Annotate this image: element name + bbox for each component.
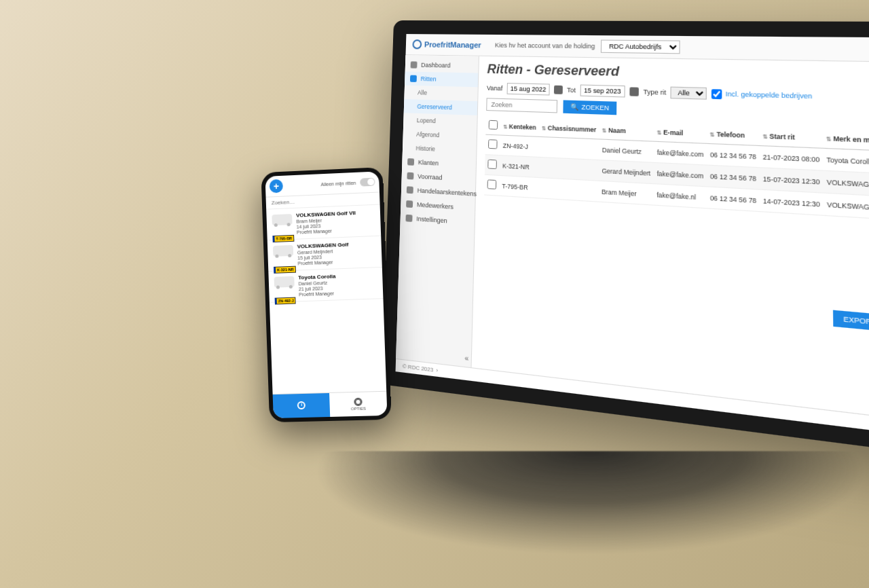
clock-icon <box>297 401 306 409</box>
gear-icon <box>405 215 412 222</box>
col-startrit[interactable]: ⇅Start rit <box>760 126 823 148</box>
search-icon: 🔍 <box>570 103 578 111</box>
plate-icon <box>407 186 413 194</box>
rides-table: ⇅Kenteken ⇅Chassisnummer ⇅Naam ⇅E-mail ⇅… <box>484 116 869 226</box>
car-icon <box>273 245 293 257</box>
car-icon <box>410 75 417 82</box>
users-icon <box>407 158 414 166</box>
vanaf-input[interactable] <box>506 83 549 95</box>
only-mine-toggle[interactable] <box>360 178 375 187</box>
add-ride-button[interactable]: + <box>270 179 283 194</box>
account-label: Kies hv het account van de holding <box>495 41 595 50</box>
nav-rides[interactable] <box>273 393 331 418</box>
car-icon <box>272 214 292 225</box>
phone-screen: + Alleen mijn ritten T-795-BR VOLKSWAGEN… <box>261 167 391 422</box>
laptop-screen: ProefritManager Kies hv het account van … <box>382 20 869 458</box>
main-content: Ritten - Gereserveerd Vanaf Tot Type rit… <box>472 56 869 423</box>
calendar-icon[interactable] <box>554 86 563 94</box>
car-icon <box>274 276 295 288</box>
chevron-right-icon: › <box>436 367 438 373</box>
stock-icon <box>407 172 413 180</box>
col-telefoon[interactable]: ⇅Telefoon <box>707 124 760 146</box>
app-logo: ProefritManager <box>412 39 481 50</box>
search-button[interactable]: 🔍 ZOEKEN <box>563 100 616 115</box>
type-label: Type rit <box>643 88 666 96</box>
search-input[interactable] <box>486 98 557 113</box>
staff-icon <box>406 200 413 208</box>
laptop-keyboard <box>234 451 869 555</box>
sidebar-item-ritten[interactable]: Ritten <box>405 71 478 87</box>
sidebar: Dashboard Ritten Alle Gereserveerd Lopen… <box>396 55 479 367</box>
license-plate: K-321-NR <box>274 266 296 274</box>
phone-bottom-nav: OPTIES <box>273 391 388 418</box>
app-name: ProefritManager <box>424 40 481 49</box>
export-csv-button[interactable]: EXPORTEER CSV <box>833 310 869 335</box>
sidebar-collapse-icon[interactable]: « <box>464 354 468 363</box>
list-item[interactable]: T-795-BR VOLKSWAGEN Golf VII Bram Meijer… <box>266 205 381 241</box>
sidebar-item-dashboard[interactable]: Dashboard <box>405 58 479 73</box>
col-checkbox[interactable] <box>485 116 500 135</box>
only-mine-label: Alleen mijn ritten <box>320 180 356 186</box>
col-email[interactable]: ⇅E-mail <box>654 122 707 143</box>
gear-icon <box>354 398 362 406</box>
nav-options[interactable]: OPTIES <box>329 392 387 417</box>
vanaf-label: Vanaf <box>487 84 503 92</box>
tot-label: Tot <box>567 86 576 94</box>
col-naam[interactable]: ⇅Naam <box>599 120 654 141</box>
type-select[interactable]: Alle <box>671 87 707 100</box>
calendar-icon[interactable] <box>629 87 639 96</box>
phone-ride-list: T-795-BR VOLKSWAGEN Golf VII Bram Meijer… <box>266 205 386 394</box>
page-title: Ritten - Gereserveerd <box>487 62 869 86</box>
incl-bedrijven-checkbox[interactable]: Incl. gekoppelde bedrijven <box>711 89 812 101</box>
license-plate: T-795-BR <box>272 235 294 242</box>
account-select[interactable]: RDC Autobedrijfs <box>601 40 680 54</box>
col-chassis[interactable]: ⇅Chassisnummer <box>539 118 599 139</box>
tot-input[interactable] <box>580 85 625 98</box>
logo-icon <box>412 39 422 49</box>
dashboard-icon <box>411 61 418 68</box>
license-plate: ZN-492-J <box>275 297 296 305</box>
col-kenteken[interactable]: ⇅Kenteken <box>500 117 539 136</box>
phone-search-input[interactable] <box>272 196 375 206</box>
